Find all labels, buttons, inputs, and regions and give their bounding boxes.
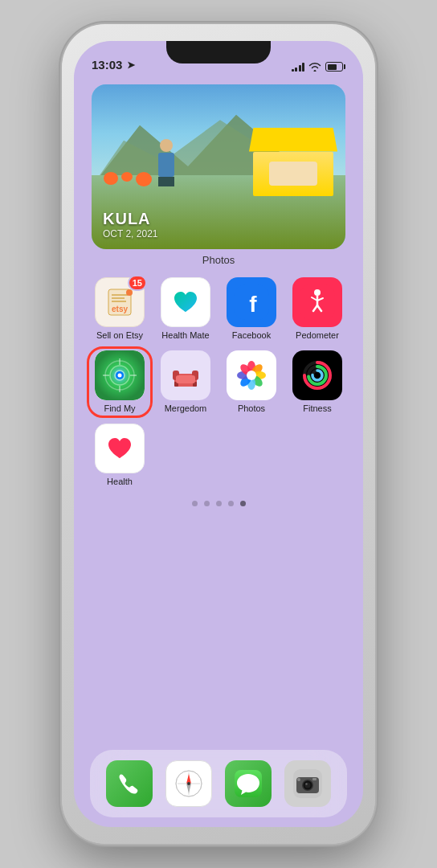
app-label-find-my: Find My [104,403,135,414]
photos-widget[interactable]: KULA OCT 2, 2021 [92,84,345,249]
fitness-icon [292,350,342,400]
status-icons [292,62,346,72]
photos-icon [227,350,276,400]
app-label-fitness: Fitness [303,403,331,414]
home-screen-content: KULA OCT 2, 2021 Photos 15 [74,76,363,827]
page-dot-2 [204,501,210,506]
app-label-health-mate: Health Mate [161,330,209,341]
notch [166,41,271,63]
widget-date: OCT 2, 2021 [103,228,157,240]
svg-point-56 [187,782,190,785]
wifi-icon [308,62,321,72]
phone-screen: 13:03 ➤ [74,41,363,827]
svg-point-11 [314,289,321,296]
health-mate-icon [161,277,210,327]
widget-location: KULA [103,210,157,228]
app-label-photos: Photos [238,403,265,414]
app-label-pedometer: Pedometer [296,330,339,341]
svg-point-65 [297,778,300,781]
battery-icon [325,62,345,72]
svg-text:f: f [249,292,257,317]
app-label-facebook: Facebook [232,330,271,341]
app-facebook[interactable]: f Facebook [223,277,280,341]
signal-bars-icon [292,62,305,72]
app-fitness[interactable]: Fitness [288,350,346,414]
svg-rect-32 [176,375,195,383]
dock-camera[interactable] [284,760,331,807]
find-my-icon [95,350,145,400]
app-sell-on-etsy[interactable]: 15 etsy Sell on Etsy [91,277,149,341]
app-label-etsy: Sell on Etsy [96,330,143,341]
facebook-icon: f [227,277,276,327]
phone-frame: 13:03 ➤ [62,24,375,844]
page-dot-3 [216,501,222,506]
app-health-mate[interactable]: Health Mate [157,277,214,341]
svg-rect-64 [312,778,317,780]
app-mergedom[interactable]: Mergedom [157,350,214,414]
widget-overlay: KULA OCT 2, 2021 [103,210,157,240]
dock-safari[interactable] [165,760,212,807]
dock-messages[interactable] [225,760,272,807]
page-dot-5 [240,501,246,506]
svg-point-63 [305,783,307,784]
page-dots [192,501,246,506]
svg-point-6 [126,289,133,296]
app-pedometer[interactable]: Pedometer [288,277,346,341]
svg-point-41 [247,371,256,380]
status-time: 13:03 ➤ [92,58,135,72]
page-dot-4 [228,501,234,506]
etsy-icon: 15 etsy [95,277,145,327]
app-label-mergedom: Mergedom [165,403,207,414]
dock-phone[interactable] [106,760,153,807]
svg-point-62 [305,783,311,788]
location-arrow-icon: ➤ [127,59,135,71]
etsy-badge: 15 [128,275,147,291]
app-find-my[interactable]: Find My [91,350,149,414]
app-label-health: Health [107,477,133,487]
pedometer-icon [292,277,342,327]
health-icon [95,424,145,473]
app-grid: 15 etsy Sell on Etsy [80,277,357,488]
photos-widget-label: Photos [202,254,235,266]
page-dot-1 [192,501,198,506]
svg-text:etsy: etsy [112,305,128,313]
app-health[interactable]: Health [91,424,149,487]
mergedom-icon [161,350,210,400]
time-display: 13:03 [92,58,122,72]
dock [90,750,347,817]
app-photos[interactable]: Photos [223,350,280,414]
